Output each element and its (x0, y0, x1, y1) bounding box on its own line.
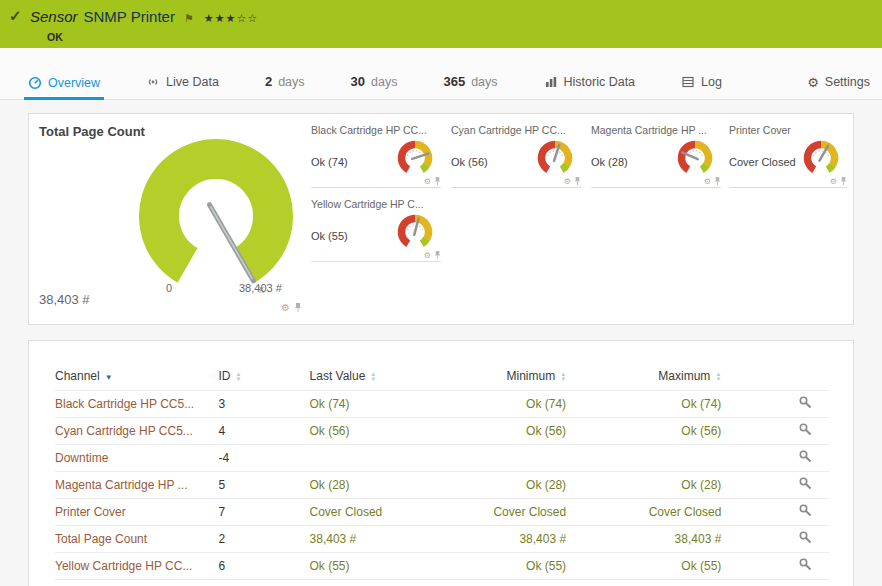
gauge-gear-icon[interactable]: ⚙ (830, 177, 837, 186)
edit-channel-icon[interactable] (798, 557, 813, 572)
minimum-value: 38,403 # (475, 525, 566, 552)
edit-channel-icon[interactable] (798, 476, 813, 491)
edit-channel-icon[interactable] (798, 449, 813, 464)
gauge-title: Black Cartridge HP CC... (311, 124, 441, 136)
log-icon (681, 75, 695, 89)
minimum-value: Ok (56) (475, 417, 566, 444)
minimum-value (475, 444, 566, 471)
channels-table: Channel▼ ID▲▼ Last Value▲▼ Minimum▲▼ Max… (55, 363, 829, 580)
total-page-count-gauge: x (121, 121, 311, 311)
col-label: Channel (55, 369, 100, 383)
tab-label: Live Data (166, 75, 219, 89)
pin-icon[interactable] (434, 250, 441, 260)
channel-id: 3 (218, 390, 309, 417)
tab-label: Log (701, 75, 722, 89)
lookup-gauge (799, 136, 843, 180)
tab-label: days (278, 75, 304, 89)
col-header-id[interactable]: ID▲▼ (218, 363, 309, 390)
col-header-channel[interactable]: Channel▼ (55, 363, 218, 390)
gauge-title: Magenta Cartridge HP ... (591, 124, 721, 136)
maximum-value: Ok (74) (566, 390, 721, 417)
minimum-value: Cover Closed (475, 498, 566, 525)
table-row[interactable]: Printer Cover 7 Cover Closed Cover Close… (55, 498, 829, 525)
channel-name[interactable]: Black Cartridge HP CC5... (55, 390, 218, 417)
table-row[interactable]: Downtime -4 (55, 444, 829, 471)
col-header-maximum[interactable]: Maximum▲▼ (566, 363, 721, 390)
tab-30-days[interactable]: 30 days (347, 74, 402, 99)
pin-icon[interactable] (294, 302, 302, 313)
last-value: Ok (74) (310, 390, 476, 417)
tab-2-days[interactable]: 2 days (261, 74, 309, 99)
gauge-value: Ok (28) (591, 156, 628, 168)
sort-icon: ▲▼ (715, 372, 721, 382)
gauge-gear-icon[interactable]: ⚙ (424, 177, 431, 186)
priority-stars[interactable]: ★★★☆☆ (204, 12, 258, 24)
col-header-actions (721, 363, 829, 390)
lookup-gauge (393, 210, 437, 254)
channel-name[interactable]: Cyan Cartridge HP CC5... (55, 417, 218, 444)
table-row[interactable]: Black Cartridge HP CC5... 3 Ok (74) Ok (… (55, 390, 829, 417)
table-row[interactable]: Yellow Cartridge HP CC... 6 Ok (55) Ok (… (55, 552, 829, 579)
tab-label: days (371, 75, 397, 89)
tab-365-days[interactable]: 365 days (439, 74, 501, 99)
table-row[interactable]: Cyan Cartridge HP CC5... 4 Ok (56) Ok (5… (55, 417, 829, 444)
tab-log[interactable]: Log (677, 75, 726, 99)
channel-id: 2 (218, 525, 309, 552)
object-kind-label: Sensor (30, 8, 78, 25)
maximum-value: Cover Closed (566, 498, 721, 525)
gauge-value: Ok (56) (451, 156, 488, 168)
pin-icon[interactable] (840, 176, 847, 186)
edit-channel-icon[interactable] (798, 503, 813, 518)
last-value: Cover Closed (310, 498, 476, 525)
minimum-value: Ok (28) (475, 471, 566, 498)
channel-name[interactable]: Yellow Cartridge HP CC... (55, 552, 218, 579)
pin-icon[interactable] (574, 176, 581, 186)
gauge-scale-max: 38,403 # (239, 282, 282, 294)
last-value: Ok (28) (310, 471, 476, 498)
maximum-value: 38,403 # (566, 525, 721, 552)
col-header-minimum[interactable]: Minimum▲▼ (475, 363, 566, 390)
lookup-gauge (673, 136, 717, 180)
channel-id: 7 (218, 498, 309, 525)
channel-name[interactable]: Downtime (55, 444, 218, 471)
last-value: 38,403 # (310, 525, 476, 552)
col-header-last-value[interactable]: Last Value▲▼ (310, 363, 476, 390)
sort-icon: ▲▼ (560, 372, 566, 382)
channels-table-panel: Channel▼ ID▲▼ Last Value▲▼ Minimum▲▼ Max… (28, 340, 854, 586)
gauge-gear-icon[interactable]: ⚙ (704, 177, 711, 186)
edit-channel-icon[interactable] (798, 422, 813, 437)
tab-label: Settings (825, 75, 870, 89)
gauge-gear-icon[interactable]: ⚙ (424, 251, 431, 260)
table-row[interactable]: Magenta Cartridge HP ... 5 Ok (28) Ok (2… (55, 471, 829, 498)
edit-channel-icon[interactable] (798, 530, 813, 545)
maximum-value: Ok (56) (566, 417, 721, 444)
tab-label: days (471, 75, 497, 89)
tab-label: Historic Data (564, 75, 636, 89)
col-label: Last Value (310, 369, 366, 383)
channel-id: 5 (218, 471, 309, 498)
main-gauge-value: 38,403 # (39, 292, 90, 307)
channel-name[interactable]: Printer Cover (55, 498, 218, 525)
gauge-value: Ok (74) (311, 156, 348, 168)
sort-icon: ▲▼ (370, 372, 376, 382)
channel-name[interactable]: Total Page Count (55, 525, 218, 552)
ok-check-icon: ✓ (9, 7, 22, 25)
gauge-gear-icon[interactable]: ⚙ (564, 177, 571, 186)
tab-historic-data[interactable]: Historic Data (540, 75, 640, 99)
maximum-value: Ok (28) (566, 471, 721, 498)
channel-name[interactable]: Magenta Cartridge HP ... (55, 471, 218, 498)
gauge-gear-icon[interactable]: ⚙ (281, 302, 290, 313)
tab-overview[interactable]: Overview (24, 76, 104, 100)
minimum-value: Ok (55) (475, 552, 566, 579)
settings-gear-icon: ⚙ (807, 76, 819, 89)
pin-icon[interactable] (434, 176, 441, 186)
tab-live-data[interactable]: Live Data (142, 75, 223, 99)
channel-id: 6 (218, 552, 309, 579)
last-value: Ok (55) (310, 552, 476, 579)
sort-desc-icon: ▼ (105, 373, 113, 382)
edit-channel-icon[interactable] (798, 395, 813, 410)
pin-icon[interactable] (714, 176, 721, 186)
col-label: ID (218, 369, 230, 383)
table-row[interactable]: Total Page Count 2 38,403 # 38,403 # 38,… (55, 525, 829, 552)
tab-settings[interactable]: ⚙ Settings (803, 75, 874, 99)
